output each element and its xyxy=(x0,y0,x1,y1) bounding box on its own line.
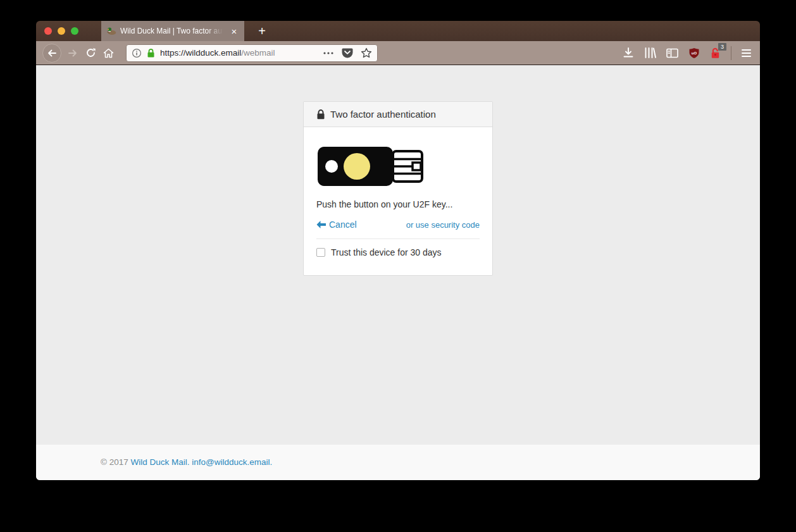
reload-icon xyxy=(85,47,96,58)
duck-icon xyxy=(106,26,116,36)
cancel-label: Cancel xyxy=(329,220,357,230)
url-text[interactable]: https://wildduck.email/webmail xyxy=(160,48,318,58)
library-icon[interactable] xyxy=(644,47,656,58)
pocket-icon[interactable] xyxy=(342,47,353,58)
forward-button[interactable] xyxy=(64,44,82,62)
two-factor-card: Two factor authentication Push the butto… xyxy=(303,101,493,276)
ublock-label: uO xyxy=(692,51,697,54)
trust-device-row[interactable]: Trust this device for 30 days xyxy=(316,247,480,257)
url-host: https://wildduck.email xyxy=(160,48,241,58)
back-arrow-icon xyxy=(316,221,326,228)
main-area: Two factor authentication Push the butto… xyxy=(36,65,760,445)
download-icon[interactable] xyxy=(623,47,634,58)
browser-window: Wild Duck Mail | Two factor auth × + xyxy=(36,21,760,480)
home-button[interactable] xyxy=(99,44,117,62)
tab-close-icon[interactable]: × xyxy=(229,27,239,36)
brand-link[interactable]: Wild Duck Mail. xyxy=(131,457,190,467)
page-footer: © 2017 Wild Duck Mail. info@wildduck.ema… xyxy=(36,445,760,480)
page-actions-icon[interactable] xyxy=(323,51,334,55)
new-tab-button[interactable]: + xyxy=(251,21,273,41)
back-button[interactable] xyxy=(42,44,61,63)
minimize-window-button[interactable] xyxy=(58,27,65,35)
contact-email-link[interactable]: info@wildduck.email. xyxy=(192,457,272,467)
sidebar-icon[interactable] xyxy=(666,48,678,58)
navigation-toolbar: https://wildduck.email/webmail xyxy=(36,41,760,65)
reload-button[interactable] xyxy=(82,44,99,62)
title-bar: Wild Duck Mail | Two factor auth × + xyxy=(36,21,760,41)
cancel-link[interactable]: Cancel xyxy=(316,220,357,230)
u2f-key-image xyxy=(316,144,427,189)
trust-device-checkbox[interactable] xyxy=(316,248,325,257)
toolbar-right-icons: uO 3 xyxy=(623,46,754,60)
back-icon xyxy=(47,48,57,58)
card-title: Two factor authentication xyxy=(330,109,436,120)
page-content: Two factor authentication Push the butto… xyxy=(36,65,760,480)
tab-title: Wild Duck Mail | Two factor auth xyxy=(120,27,225,35)
ublock-icon[interactable]: uO xyxy=(688,47,700,59)
zoom-window-button[interactable] xyxy=(71,27,78,35)
use-security-code-link[interactable]: or use security code xyxy=(406,220,480,230)
url-path: /webmail xyxy=(241,48,275,58)
bookmark-star-icon[interactable] xyxy=(361,47,372,58)
action-links-row: Cancel or use security code xyxy=(316,220,480,230)
trust-device-label: Trust this device for 30 days xyxy=(331,247,442,257)
lock-extension-button[interactable]: 3 xyxy=(710,47,721,59)
menu-icon xyxy=(742,49,751,51)
extension-badge: 3 xyxy=(718,43,726,51)
menu-button[interactable] xyxy=(742,49,751,57)
footer-text: © 2017 Wild Duck Mail. info@wildduck.ema… xyxy=(91,445,705,467)
u2f-instruction: Push the button on your U2F key... xyxy=(316,199,480,209)
close-window-button[interactable] xyxy=(44,27,52,35)
home-icon xyxy=(103,48,114,58)
info-icon[interactable] xyxy=(132,48,142,58)
toolbar-divider xyxy=(731,46,731,60)
card-header: Two factor authentication xyxy=(304,102,492,127)
secure-lock-icon[interactable] xyxy=(146,48,156,58)
card-divider xyxy=(316,238,480,239)
lock-icon xyxy=(316,109,325,120)
forward-icon xyxy=(68,48,78,58)
card-body: Push the button on your U2F key... Cance… xyxy=(304,127,492,275)
traffic-lights xyxy=(36,21,87,41)
browser-tab[interactable]: Wild Duck Mail | Two factor auth × xyxy=(101,21,244,41)
url-bar[interactable]: https://wildduck.email/webmail xyxy=(126,44,378,62)
copyright-text: © 2017 xyxy=(101,457,128,467)
